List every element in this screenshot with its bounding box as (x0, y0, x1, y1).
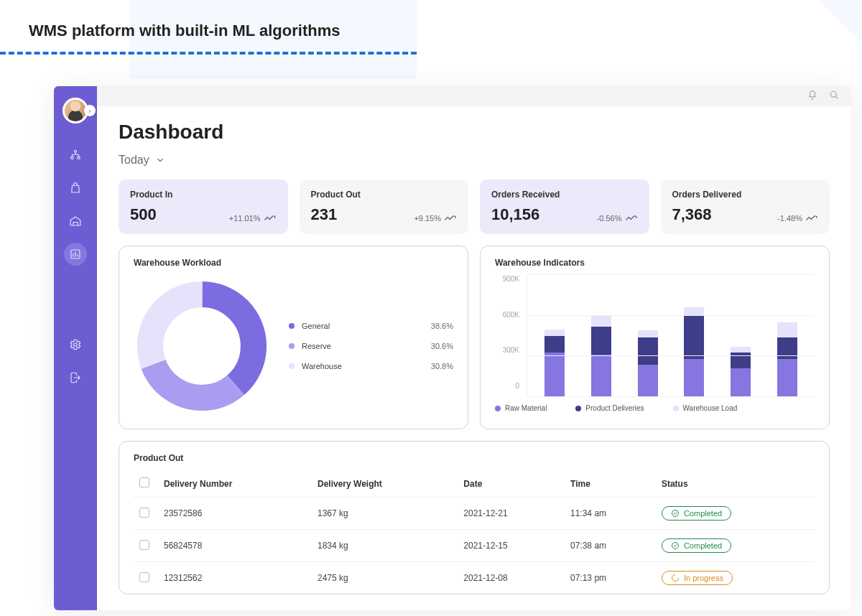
divider (0, 52, 417, 55)
kpi-row: Product In 500 +11.01% Product Out 231 +… (119, 179, 830, 234)
y-tick: 600K (495, 311, 519, 319)
kpi-label: Product In (130, 190, 277, 200)
row-checkbox[interactable] (139, 572, 149, 582)
cell-date: 2021-12-21 (458, 498, 565, 530)
panel-title: Product Out (134, 453, 815, 463)
kpi-delta: +9.15% (414, 214, 457, 223)
cell-delivery-number: 23572586 (158, 498, 312, 530)
status-badge: Completed (662, 506, 731, 521)
nav-hierarchy-icon[interactable] (64, 144, 87, 167)
status-badge: Completed (662, 538, 731, 553)
trend-icon (625, 215, 638, 222)
legend-value: 38.6% (431, 322, 453, 330)
legend-item: Reserve 30.6% (289, 336, 453, 356)
cell-delivery-weight: 1834 kg (312, 530, 458, 562)
nav-warehouse-icon[interactable] (64, 210, 87, 233)
search-icon[interactable] (828, 89, 840, 103)
cell-time: 07:38 am (565, 530, 656, 562)
legend-dot (289, 363, 295, 369)
cell-time: 07:13 pm (565, 562, 656, 594)
nav-bag-icon[interactable] (64, 177, 87, 200)
legend-name: General (302, 322, 431, 330)
workload-donut-chart (134, 278, 270, 414)
legend-name: Warehouse (302, 362, 431, 370)
legend-value: 30.6% (431, 342, 453, 350)
kpi-delta: -1.48% (777, 214, 818, 223)
bar-plot (527, 275, 815, 397)
period-selector[interactable]: Today (119, 154, 165, 167)
legend-item: Raw Material (495, 404, 547, 412)
svg-point-10 (672, 543, 678, 549)
cell-delivery-weight: 2475 kg (312, 562, 458, 594)
bar-column (777, 275, 797, 397)
y-tick: 300K (495, 346, 519, 354)
bar-legend: Raw MaterialProduct DeliveriesWarehouse … (495, 397, 815, 412)
cell-delivery-number: 12312562 (158, 562, 312, 594)
nav-dashboard-icon[interactable] (64, 243, 87, 266)
kpi-card: Product In 500 +11.01% (119, 179, 288, 234)
y-axis: 900K600K300K0 (495, 275, 519, 397)
product-out-table: Delivery NumberDelivery WeightDateTimeSt… (134, 470, 815, 594)
kpi-label: Orders Received (491, 190, 638, 200)
legend-item: Warehouse 30.8% (289, 356, 453, 376)
table-row: 23572586 1367 kg 2021-12-21 11:34 am Com… (134, 498, 815, 530)
warehouse-indicators-panel: Warehouse Indicators 900K600K300K0 Raw M… (480, 246, 830, 429)
column-header: Delivery Number (158, 470, 312, 498)
status-badge: In progress (662, 571, 733, 585)
page-title: Dashboard (119, 121, 830, 144)
legend-item: Product Deliveries (575, 404, 644, 412)
kpi-label: Orders Delivered (672, 190, 819, 200)
legend-value: 30.8% (431, 362, 453, 370)
workload-legend: General 38.6% Reserve 30.6% Warehouse 30… (289, 316, 453, 376)
period-label: Today (119, 154, 149, 167)
kpi-label: Product Out (311, 190, 458, 200)
panel-title: Warehouse Indicators (495, 258, 815, 268)
kpi-card: Product Out 231 +9.15% (300, 179, 469, 234)
avatar[interactable]: › (62, 98, 88, 123)
bar-column (684, 275, 704, 397)
nav-logout-icon[interactable] (64, 366, 87, 389)
panel-title: Warehouse Workload (134, 258, 453, 268)
trend-icon (444, 215, 457, 222)
row-checkbox[interactable] (139, 508, 149, 518)
legend-dot (289, 343, 295, 349)
table-row: 12312562 2475 kg 2021-12-08 07:13 pm In … (134, 562, 815, 594)
kpi-delta: -0.56% (597, 214, 638, 223)
legend-item: Warehouse Load (673, 404, 738, 412)
legend-item: General 38.6% (289, 316, 453, 336)
svg-point-9 (672, 510, 678, 517)
chevron-down-icon (155, 155, 165, 165)
app-window: › Dashboard (54, 86, 851, 610)
select-all-checkbox[interactable] (139, 477, 149, 487)
row-checkbox[interactable] (139, 540, 149, 550)
chevron-right-icon: › (84, 105, 96, 116)
bar-column (591, 275, 611, 397)
bar-column (731, 275, 751, 397)
trend-icon (264, 215, 277, 222)
nav-settings-icon[interactable] (64, 333, 87, 356)
bell-icon[interactable] (807, 89, 818, 103)
column-header: Delivery Weight (312, 470, 458, 498)
main-area: Dashboard Today Product In 500 +11.01% P… (97, 86, 851, 610)
sidebar: › (54, 86, 97, 610)
cell-time: 11:34 am (565, 498, 656, 530)
column-header: Time (565, 470, 656, 498)
table-row: 56824578 1834 kg 2021-12-15 07:38 am Com… (134, 530, 815, 562)
bar-column (544, 275, 565, 397)
svg-point-4 (74, 343, 78, 347)
kpi-card: Orders Delivered 7,368 -1.48% (661, 179, 830, 234)
trend-icon (805, 215, 818, 222)
bar-column (638, 275, 658, 397)
y-tick: 0 (495, 382, 519, 390)
column-header: Status (656, 470, 815, 498)
legend-dot (289, 323, 295, 329)
cell-date: 2021-12-08 (458, 562, 565, 594)
cell-date: 2021-12-15 (458, 530, 565, 562)
cell-delivery-number: 56824578 (158, 530, 312, 562)
kpi-card: Orders Received 10,156 -0.56% (480, 179, 649, 234)
warehouse-workload-panel: Warehouse Workload General 38.6% Reserve… (119, 246, 468, 429)
svg-point-5 (830, 91, 836, 97)
kpi-delta: +11.01% (229, 214, 277, 223)
legend-name: Reserve (302, 342, 431, 350)
topbar (97, 86, 851, 106)
